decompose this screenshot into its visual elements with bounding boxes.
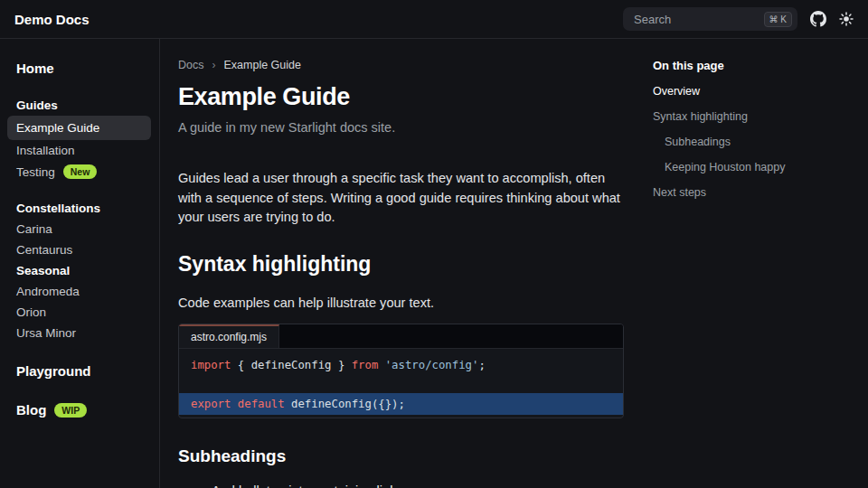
- sidebar-item-label: Playground: [16, 363, 91, 379]
- sidebar-item-label: Testing: [16, 165, 55, 179]
- breadcrumb: Docs›Example Guide: [178, 59, 624, 71]
- sidebar-item-playground[interactable]: Playground: [7, 360, 151, 382]
- github-link[interactable]: [810, 11, 826, 27]
- github-icon: [810, 11, 826, 27]
- sidebar-item-label: Constellations: [16, 202, 100, 215]
- toc-list: OverviewSyntax highlightingSubheadingsKe…: [653, 85, 857, 199]
- toc-item-syntax-highlighting[interactable]: Syntax highlighting: [653, 110, 857, 123]
- sidebar-item-seasonal: Seasonal: [7, 260, 151, 281]
- section-paragraph: Code examples can help illustrate your t…: [178, 296, 624, 310]
- toc-title: On this page: [653, 59, 857, 72]
- code-line: import { defineConfig } from 'astro/conf…: [179, 356, 623, 374]
- sidebar-item-testing[interactable]: TestingNew: [7, 161, 151, 183]
- page-body: HomeGuidesExample GuideInstallationTesti…: [0, 39, 868, 488]
- code-tab-bar: astro.config.mjs: [179, 324, 623, 349]
- code-tab-filename: astro.config.mjs: [179, 324, 279, 348]
- sidebar-item-home[interactable]: Home: [7, 57, 151, 80]
- code-line-highlighted: export default defineConfig({});: [179, 393, 623, 415]
- sidebar-item-blog[interactable]: BlogWIP: [7, 399, 151, 421]
- sidebar-item-label: Seasonal: [16, 264, 70, 277]
- search-input[interactable]: Search ⌘ K: [623, 7, 797, 31]
- toc-panel: On this page OverviewSyntax highlighting…: [653, 39, 868, 488]
- toc-item-next-steps[interactable]: Next steps: [653, 186, 857, 199]
- list-item-text: .: [403, 483, 407, 488]
- code-token: ;: [478, 359, 485, 371]
- sun-theme-icon: [839, 12, 854, 26]
- inline-link[interactable]: containing links: [313, 483, 403, 488]
- badge-new: New: [63, 164, 98, 179]
- list-item-text: And bullet points: [212, 483, 313, 488]
- sidebar-item-orion[interactable]: Orion: [7, 302, 151, 323]
- toc-item-subheadings[interactable]: Subheadings: [653, 136, 857, 148]
- sidebar-item-andromeda[interactable]: Andromeda: [7, 281, 151, 302]
- search-placeholder: Search: [634, 13, 764, 26]
- sidebar-item-constellations: Constellations: [7, 198, 151, 219]
- header: Demo Docs Search ⌘ K: [0, 0, 868, 39]
- sidebar-item-label: Orion: [16, 305, 46, 319]
- sidebar-item-label: Home: [16, 61, 54, 76]
- code-token: export: [191, 398, 231, 410]
- sidebar-item-centaurus[interactable]: Centaurus: [7, 239, 151, 260]
- sidebar-item-ursa-minor[interactable]: Ursa Minor: [7, 323, 151, 343]
- toc-item-overview[interactable]: Overview: [653, 85, 857, 98]
- heading-syntax-highlighting: Syntax highlighting: [178, 252, 624, 277]
- code-token: [378, 359, 384, 371]
- sidebar-item-installation[interactable]: Installation: [7, 140, 151, 161]
- page-title: Example Guide: [178, 83, 624, 111]
- sidebar-item-example-guide[interactable]: Example Guide: [7, 116, 151, 140]
- sidebar-nav: HomeGuidesExample GuideInstallationTesti…: [0, 39, 160, 488]
- code-token: 'astro/config': [385, 359, 479, 371]
- sidebar-item-label: Example Guide: [16, 121, 99, 135]
- toc-item-keeping-houston-happy[interactable]: Keeping Houston happy: [653, 161, 857, 174]
- bullet-list: And bullet points containing links.: [178, 482, 624, 488]
- code-token: { defineConfig }: [231, 359, 351, 371]
- code-line: [179, 374, 623, 392]
- list-item: And bullet points containing links.: [212, 482, 624, 488]
- sidebar-item-label: Guides: [16, 99, 58, 112]
- code-token: defineConfig({});: [285, 398, 405, 410]
- sidebar-item-label: Installation: [16, 144, 75, 157]
- intro-paragraph: Guides lead a user through a specific ta…: [178, 169, 624, 228]
- search-shortcut-kbd: ⌘ K: [764, 12, 792, 27]
- page-subtitle: A guide in my new Starlight docs site.: [178, 120, 624, 135]
- code-lines: import { defineConfig } from 'astro/conf…: [179, 349, 623, 418]
- main-content: Docs›Example Guide Example Guide A guide…: [160, 39, 653, 488]
- breadcrumb-item-example-guide: Example Guide: [223, 59, 300, 71]
- breadcrumb-separator-icon: ›: [212, 59, 215, 71]
- sidebar-item-label: Centaurus: [16, 243, 72, 257]
- sidebar-item-label: Ursa Minor: [16, 326, 76, 340]
- code-block: astro.config.mjs import { defineConfig }…: [178, 324, 624, 418]
- site-title-link[interactable]: Demo Docs: [14, 12, 90, 27]
- sidebar-item-label: Carina: [16, 222, 52, 236]
- badge-wip: WIP: [54, 403, 87, 418]
- code-token: import: [191, 359, 231, 371]
- code-token: [231, 398, 237, 410]
- sidebar-item-label: Blog: [16, 402, 46, 418]
- code-token: default: [238, 398, 285, 410]
- sidebar-item-guides: Guides: [7, 95, 151, 116]
- breadcrumb-item-docs[interactable]: Docs: [178, 59, 203, 71]
- code-token: from: [352, 359, 379, 371]
- sidebar-item-carina[interactable]: Carina: [7, 219, 151, 239]
- heading-subheadings: Subheadings: [178, 446, 624, 466]
- theme-toggle-button[interactable]: [839, 12, 854, 26]
- article: Docs›Example Guide Example Guide A guide…: [178, 59, 624, 488]
- sidebar-item-label: Andromeda: [16, 285, 80, 298]
